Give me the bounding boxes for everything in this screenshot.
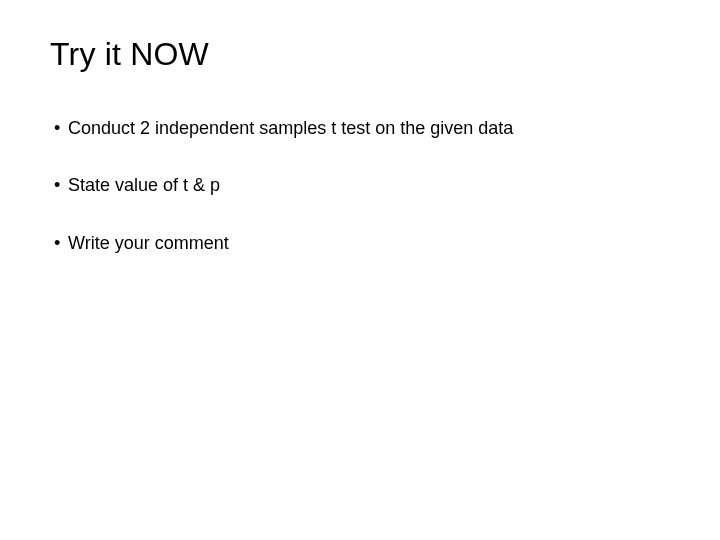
bullet-list: Conduct 2 independent samples t test on … — [48, 117, 680, 255]
list-item: State value of t & p — [54, 174, 680, 197]
list-item: Conduct 2 independent samples t test on … — [54, 117, 680, 140]
list-item: Write your comment — [54, 232, 680, 255]
page-title: Try it NOW — [50, 36, 680, 73]
